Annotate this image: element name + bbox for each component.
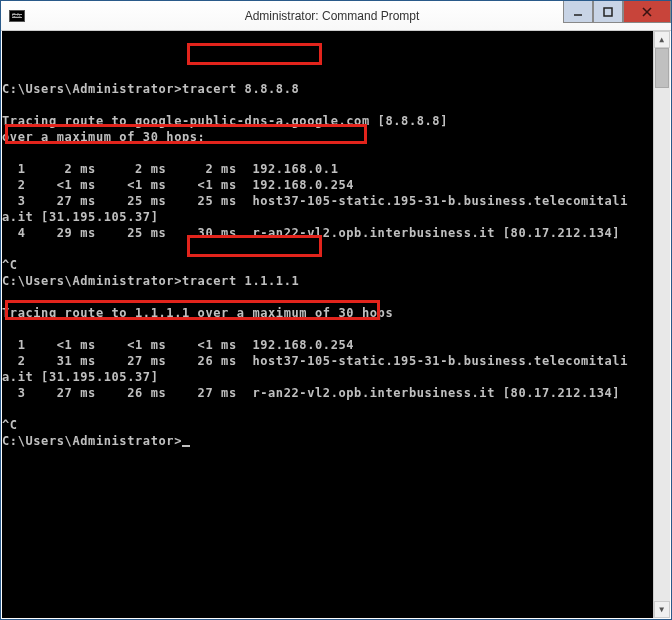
terminal-line: 2 <1 ms <1 ms <1 ms 192.168.0.254 [2,177,670,193]
terminal-line: a.it [31.195.105.37] [2,369,670,385]
cmd-icon: C:\\. [9,10,25,22]
terminal-line [2,289,670,305]
terminal-line: over a maximum of 30 hops: [2,129,670,145]
terminal-line [2,145,670,161]
maximize-button[interactable] [593,1,623,23]
close-button[interactable] [623,1,671,23]
minimize-icon [573,7,583,17]
terminal-line [2,321,670,337]
svg-rect-1 [604,8,612,16]
terminal-line: Tracing route to google-public-dns-a.goo… [2,113,670,129]
scroll-track[interactable] [654,48,670,601]
terminal-line: 3 27 ms 25 ms 25 ms host37-105-static.19… [2,193,670,209]
scrollbar[interactable]: ▲ ▼ [653,31,670,618]
terminal-line: 3 27 ms 26 ms 27 ms r-an22-vl2.opb.inter… [2,385,670,401]
terminal-line [2,65,670,81]
terminal-line: 2 31 ms 27 ms 26 ms host37-105-static.19… [2,353,670,369]
terminal-line: Tracing route to 1.1.1.1 over a maximum … [2,305,670,321]
terminal-line: 1 2 ms 2 ms 2 ms 192.168.0.1 [2,161,670,177]
terminal-line: C:\Users\Administrator>tracert 8.8.8.8 [2,81,670,97]
terminal-line: 1 <1 ms <1 ms <1 ms 192.168.0.254 [2,337,670,353]
terminal-line [2,241,670,257]
scroll-down-button[interactable]: ▼ [654,601,670,618]
scroll-up-button[interactable]: ▲ [654,31,670,48]
scroll-thumb[interactable] [655,48,669,88]
terminal-line: a.it [31.195.105.37] [2,209,670,225]
terminal-line [2,401,670,417]
close-icon [642,7,652,17]
terminal-line: 4 29 ms 25 ms 30 ms r-an22-vl2.opb.inter… [2,225,670,241]
command-prompt-window: C:\\. Administrator: Command Prompt C:\U… [0,0,672,620]
window-controls [563,1,671,23]
terminal-line: C:\Users\Administrator> [2,433,670,449]
terminal-line: C:\Users\Administrator>tracert 1.1.1.1 [2,273,670,289]
cursor [182,445,190,447]
terminal-line: ^C [2,257,670,273]
hl-cmd1 [187,43,322,65]
terminal-line: ^C [2,417,670,433]
titlebar[interactable]: C:\\. Administrator: Command Prompt [1,1,671,31]
terminal-output[interactable]: C:\Users\Administrator>tracert 8.8.8.8Tr… [2,31,670,618]
maximize-icon [603,7,613,17]
minimize-button[interactable] [563,1,593,23]
terminal-line [2,97,670,113]
